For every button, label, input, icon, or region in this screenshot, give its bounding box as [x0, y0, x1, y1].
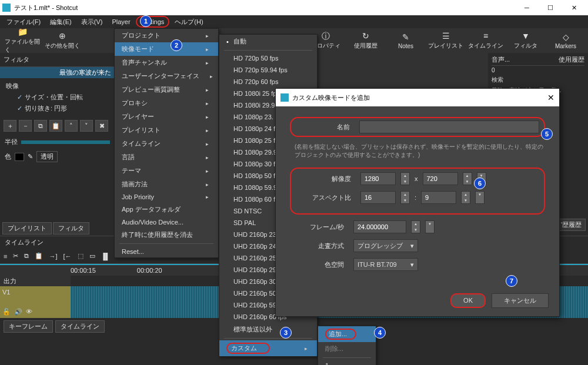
tl-cut-icon[interactable]: ✂ — [13, 252, 18, 260]
history-button[interactable]: ↻使用履歴 — [348, 31, 383, 50]
menu-file[interactable]: ファイル(F) — [2, 16, 45, 28]
settings-av-device[interactable]: Audio/Video Device... — [115, 216, 218, 228]
spinner[interactable]: ▲▼ — [411, 220, 420, 233]
hide-icon[interactable]: 👁 — [26, 308, 32, 316]
vm-item[interactable]: HD 720p 60 fps — [219, 76, 317, 88]
vm-auto[interactable]: 自動 — [219, 35, 317, 48]
aspect-width-input[interactable] — [360, 191, 396, 204]
spinner[interactable]: ▲▼ — [400, 191, 410, 204]
custom-menu: 追加... 削除... 1 — [318, 326, 376, 365]
filter-button[interactable]: ▼フィルタ — [508, 31, 543, 50]
tl-menu-icon[interactable]: ≡ — [4, 253, 7, 260]
transparent-button[interactable]: 透明 — [36, 151, 58, 162]
playlist-button[interactable]: ☰プレイリスト — [428, 31, 463, 50]
search-label[interactable]: 検索 — [492, 75, 584, 85]
resolution-height-input[interactable] — [423, 172, 458, 185]
tl-append-icon[interactable]: →] — [49, 253, 57, 260]
name-input[interactable] — [359, 120, 539, 133]
radius-slider[interactable] — [21, 140, 110, 144]
color-swatch[interactable] — [15, 153, 24, 161]
settings-project[interactable]: プロジェクト — [115, 29, 218, 42]
filter-down-button[interactable]: ˅ — [80, 120, 93, 132]
tab-keyframes[interactable]: キーフレーム — [4, 320, 53, 333]
open-other-button[interactable]: ⊕その他を開く — [45, 31, 80, 50]
tl-copy-icon[interactable]: ⧉ — [24, 252, 29, 260]
tl-paste-icon[interactable]: 📋 — [35, 252, 43, 260]
dialog-note: (名前を指定しない場合、プリセットは保存されず、映像モードを暫定的に使用したり、… — [295, 143, 545, 159]
settings-player[interactable]: プレイヤー — [115, 110, 218, 123]
filter-remove-button[interactable]: － — [19, 120, 32, 132]
settings-job-priority[interactable]: Job Priority — [115, 191, 218, 203]
fps-input[interactable] — [353, 220, 406, 233]
preset-dropdown[interactable]: ▼ — [475, 191, 485, 204]
tab-playlist[interactable]: プレイリスト — [2, 222, 52, 235]
eyedropper-icon[interactable]: ✎ — [28, 153, 33, 160]
settings-timeline[interactable]: タイムライン — [115, 137, 218, 150]
maximize-button[interactable]: ☐ — [539, 0, 562, 15]
vm-item[interactable]: HD 720p 59.94 fps — [219, 64, 317, 76]
track-header[interactable]: V1 🔓 🔊 👁 — [0, 286, 71, 318]
tab-timeline[interactable]: タイムライン — [55, 320, 105, 333]
app-icon — [2, 4, 11, 12]
filter-disable-button[interactable]: ✖ — [95, 120, 108, 132]
history-tab-right[interactable]: '歴履歴 — [557, 219, 586, 231]
vm-custom[interactable]: カスタム — [219, 340, 317, 356]
settings-clear-history[interactable]: 終了時に使用履歴を消去 — [115, 228, 218, 242]
custom-add[interactable]: 追加... — [318, 326, 376, 342]
filter-copy-button[interactable]: ⧉ — [34, 120, 47, 132]
settings-proxy[interactable]: プロキシ — [115, 96, 218, 110]
ok-button[interactable]: OK — [450, 293, 486, 308]
settings-preview-scaling[interactable]: プレビュー画質調整 — [115, 83, 218, 96]
cancel-button[interactable]: キャンセル — [492, 293, 549, 308]
resolution-label: 解像度 — [297, 175, 356, 183]
vm-item[interactable]: 標準放送以外 — [219, 323, 317, 336]
tl-lift-icon[interactable]: ⬚ — [78, 252, 83, 260]
open-file-button[interactable]: 📁ファイルを開く — [5, 27, 40, 54]
settings-language[interactable]: 言語 — [115, 150, 218, 164]
custom-preset-1[interactable]: 1 — [318, 360, 376, 365]
menu-player[interactable]: Player — [108, 17, 134, 26]
settings-app-data[interactable]: App データフォルダ — [115, 203, 218, 216]
vm-item[interactable]: HD 720p 50 fps — [219, 52, 317, 64]
lock-icon[interactable]: 🔓 — [2, 308, 11, 316]
settings-reset[interactable]: Reset... — [115, 246, 218, 257]
badge-4: 4 — [374, 327, 386, 339]
colorspace-select[interactable]: ITU-R BT.709▾ — [353, 258, 418, 271]
resolution-width-input[interactable] — [360, 172, 396, 185]
tl-split-icon[interactable]: ▐▌ — [101, 253, 111, 260]
filter-item-crop-circle[interactable]: ✓切り抜き: 円形 — [2, 103, 112, 114]
menu-view[interactable]: 表示(V) — [77, 16, 107, 28]
settings-theme[interactable]: テーマ — [115, 164, 218, 178]
preset-dropdown[interactable]: ▼ — [425, 220, 435, 233]
tl-ripple-delete-icon[interactable]: [← — [63, 253, 71, 260]
filter-up-button[interactable]: ˄ — [65, 120, 78, 132]
filter-add-button[interactable]: ＋ — [4, 120, 16, 132]
timeline-button[interactable]: ≡タイムライン — [468, 31, 503, 50]
filter-item-spr[interactable]: ✓サイズ・位置・回転 — [2, 92, 112, 103]
mute-icon[interactable]: 🔊 — [14, 308, 22, 316]
settings-audio-channel[interactable]: 音声チャンネル — [115, 56, 218, 69]
dialog-close-button[interactable]: ✕ — [547, 93, 554, 102]
settings-video-mode[interactable]: 映像モード — [115, 42, 218, 56]
settings-draw-method[interactable]: 描画方法 — [115, 178, 218, 191]
settings-playlist[interactable]: プレイリスト — [115, 123, 218, 137]
tl-overwrite-icon[interactable]: ▭ — [89, 252, 95, 260]
badge-3: 3 — [280, 327, 292, 339]
menubar: ファイル(F) 編集(E) 表示(V) Player Settings ヘルプ(… — [0, 15, 588, 28]
settings-ui[interactable]: ユーザーインターフェイス — [115, 69, 218, 83]
filter-paste-button[interactable]: 📋 — [49, 120, 62, 132]
filter-group-video[interactable]: 映像 — [2, 81, 112, 92]
menu-edit[interactable]: 編集(E) — [46, 16, 76, 28]
spinner[interactable]: ▲▼ — [400, 172, 410, 185]
tab-filter[interactable]: フィルタ — [53, 222, 89, 235]
markers-button[interactable]: ◇Markers — [548, 32, 583, 49]
spinner[interactable]: ▲▼ — [463, 172, 472, 185]
notes-button[interactable]: ✎Notes — [388, 32, 423, 49]
scan-select[interactable]: プログレッシブ▾ — [353, 239, 418, 252]
menu-help[interactable]: ヘルプ(H) — [171, 16, 207, 28]
spinner[interactable]: ▲▼ — [461, 191, 470, 204]
close-button[interactable]: ✕ — [562, 0, 586, 15]
settings-menu: プロジェクト 映像モード 音声チャンネル ユーザーインターフェイス プレビュー画… — [114, 28, 219, 258]
minimize-button[interactable]: ─ — [515, 0, 539, 15]
aspect-height-input[interactable] — [421, 191, 456, 204]
